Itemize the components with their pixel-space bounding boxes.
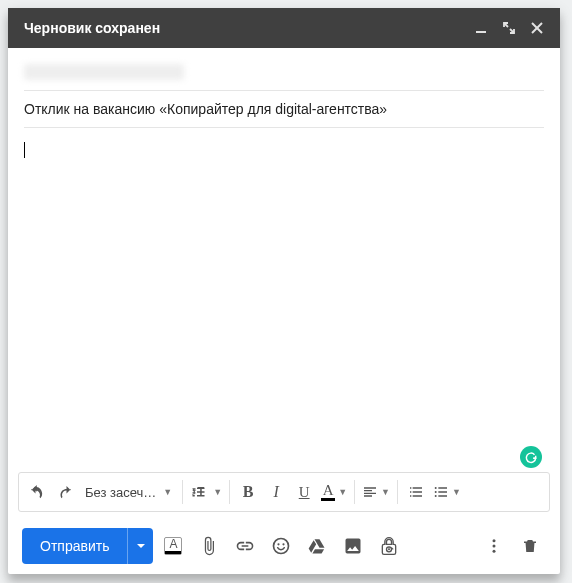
bold-button[interactable]: B [234, 477, 262, 507]
font-size-picker[interactable]: тT ▼ [187, 477, 225, 507]
chevron-down-icon: ▼ [381, 487, 390, 497]
svg-text:т: т [193, 488, 197, 495]
chevron-down-icon: ▼ [213, 487, 222, 497]
recipient-redacted [24, 64, 184, 80]
chevron-down-icon: ▼ [338, 487, 347, 497]
discard-draft-icon[interactable] [514, 530, 546, 562]
numbered-list-button[interactable] [402, 477, 430, 507]
svg-point-11 [278, 543, 280, 545]
insert-link-icon[interactable] [229, 530, 261, 562]
italic-button[interactable]: I [262, 477, 290, 507]
message-body[interactable] [8, 128, 560, 472]
underline-button[interactable]: U [290, 477, 318, 507]
bullet-list-button[interactable]: ▼ [430, 477, 464, 507]
header-fields: Отклик на вакансию «Копирайтер для digit… [8, 48, 560, 128]
svg-point-13 [388, 548, 390, 550]
svg-point-9 [435, 495, 437, 497]
insert-emoji-icon[interactable] [265, 530, 297, 562]
chevron-down-icon: ▼ [163, 487, 172, 497]
titlebar: Черновик сохранен [8, 8, 560, 48]
fullscreen-icon[interactable] [502, 21, 516, 35]
send-button[interactable]: Отправить [22, 528, 127, 564]
font-family-label: Без засеч… [85, 485, 156, 500]
align-button[interactable]: ▼ [359, 477, 393, 507]
font-family-picker[interactable]: Без засеч… ▼ [79, 477, 178, 507]
action-bar: Отправить A [8, 518, 560, 574]
svg-point-14 [493, 539, 496, 542]
svg-point-7 [435, 487, 437, 489]
send-button-group: Отправить [22, 528, 153, 564]
svg-point-10 [274, 539, 289, 554]
compose-window: Черновик сохранен Отклик на вакансию «Ко… [8, 8, 560, 574]
subject-field[interactable]: Отклик на вакансию «Копирайтер для digit… [24, 91, 544, 128]
insert-photo-icon[interactable] [337, 530, 369, 562]
redo-button[interactable] [51, 477, 79, 507]
minimize-icon[interactable] [474, 21, 488, 35]
google-drive-icon[interactable] [301, 530, 333, 562]
svg-text:T: T [198, 485, 205, 497]
svg-point-16 [493, 550, 496, 553]
svg-point-15 [493, 545, 496, 548]
text-cursor [24, 142, 25, 158]
more-options-icon[interactable] [478, 530, 510, 562]
window-title: Черновик сохранен [24, 20, 160, 36]
confidential-mode-icon[interactable] [373, 530, 405, 562]
svg-point-12 [283, 543, 285, 545]
svg-point-8 [435, 491, 437, 493]
send-options-button[interactable] [127, 528, 153, 564]
format-toolbar: Без засеч… ▼ тT ▼ B I U A ▼ ▼ ▼ [18, 472, 550, 512]
chevron-down-icon: ▼ [452, 487, 461, 497]
text-color-button[interactable]: A ▼ [318, 477, 350, 507]
attach-file-icon[interactable] [193, 530, 225, 562]
close-icon[interactable] [530, 21, 544, 35]
undo-button[interactable] [23, 477, 51, 507]
grammarly-icon[interactable] [520, 446, 542, 468]
to-field[interactable] [24, 54, 544, 91]
subject-text: Отклик на вакансию «Копирайтер для digit… [24, 101, 387, 117]
formatting-toggle-button[interactable]: A [157, 530, 189, 562]
